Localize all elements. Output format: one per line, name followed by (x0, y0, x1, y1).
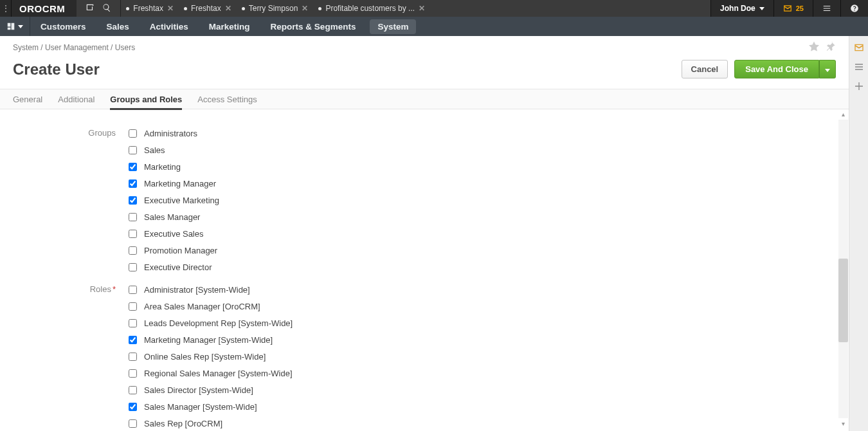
user-menu[interactable]: John Doe (710, 0, 773, 17)
messages-indicator[interactable]: 25 (773, 0, 813, 17)
content-area: Groups AdministratorsSalesMarketingMarke… (0, 109, 849, 428)
save-dropdown-toggle[interactable] (819, 60, 836, 78)
close-icon[interactable]: ✕ (419, 4, 425, 13)
role-label: Marketing Manager [System-Wide] (144, 335, 273, 345)
role-label: Leads Development Rep [System-Wide] (144, 318, 293, 328)
pin-icon[interactable] (826, 41, 836, 53)
groups-field-row: Groups AdministratorsSalesMarketingMarke… (13, 127, 836, 273)
nav-item-marketing[interactable]: Marketing (199, 17, 260, 36)
group-checkbox[interactable] (129, 129, 137, 138)
group-item[interactable]: Executive Sales (126, 228, 219, 240)
dot-icon (184, 7, 187, 10)
nav-item-customers[interactable]: Customers (30, 17, 96, 36)
role-item[interactable]: Leads Development Rep [System-Wide] (126, 317, 293, 329)
rail-list-icon[interactable] (853, 62, 865, 72)
pinned-tab-label: Freshtax (133, 4, 163, 13)
role-item[interactable]: Sales Manager [System-Wide] (126, 401, 293, 413)
tab-general[interactable]: General (13, 95, 42, 104)
pinned-tab-label: Freshtax (191, 4, 221, 13)
role-checkbox[interactable] (129, 403, 137, 411)
pin-page-icon[interactable] (86, 3, 95, 14)
role-checkbox[interactable] (129, 286, 137, 294)
group-checkbox[interactable] (129, 146, 137, 154)
breadcrumb-item[interactable]: User Management (45, 43, 109, 52)
nav-item-activities[interactable]: Activities (140, 17, 199, 36)
group-checkbox[interactable] (129, 263, 137, 271)
group-label: Executive Marketing (144, 196, 219, 205)
group-checkbox[interactable] (129, 196, 137, 205)
role-item[interactable]: Sales Director [System-Wide] (126, 384, 293, 396)
close-icon[interactable]: ✕ (167, 4, 174, 13)
group-item[interactable]: Marketing Manager (126, 178, 219, 190)
rail-mail-icon[interactable] (853, 42, 865, 53)
close-icon[interactable]: ✕ (302, 4, 308, 13)
group-item[interactable]: Promotion Manager (126, 244, 219, 257)
roles-label: Roles* (13, 284, 126, 294)
tab-additional[interactable]: Additional (58, 95, 95, 104)
right-sidebar-rail (849, 36, 868, 431)
search-icon[interactable] (102, 3, 111, 14)
role-checkbox[interactable] (129, 319, 137, 327)
pinned-tab[interactable]: Freshtax✕ (179, 0, 237, 17)
roles-label-text: Roles (90, 284, 111, 294)
group-checkbox[interactable] (129, 230, 137, 238)
group-item[interactable]: Marketing (126, 161, 219, 173)
main-navigation: CustomersSalesActivitiesMarketingReports… (0, 17, 868, 36)
group-item[interactable]: Executive Director (126, 261, 219, 273)
group-label: Administrators (144, 129, 197, 138)
pinned-tab[interactable]: Profitable customers by ...✕ (313, 0, 430, 17)
nav-item-sales[interactable]: Sales (96, 17, 140, 36)
scroll-thumb[interactable] (838, 259, 848, 342)
rail-add-icon[interactable] (853, 81, 865, 91)
vertical-scrollbar[interactable]: ▴ ▾ (838, 111, 848, 427)
role-checkbox[interactable] (129, 336, 137, 344)
nav-item-system[interactable]: System (370, 19, 416, 34)
role-item[interactable]: Area Sales Manager [OroCRM] (126, 300, 293, 313)
role-checkbox[interactable] (129, 386, 137, 394)
content-scroll[interactable]: Groups AdministratorsSalesMarketingMarke… (0, 109, 849, 428)
role-checkbox[interactable] (129, 353, 137, 361)
group-checkbox[interactable] (129, 213, 137, 221)
cancel-button[interactable]: Cancel (682, 60, 728, 78)
role-item[interactable]: Marketing Manager [System-Wide] (126, 334, 293, 346)
brand-logo[interactable]: OROCRM (12, 3, 77, 14)
role-item[interactable]: Sales Rep [OroCRM] (126, 417, 293, 428)
group-item[interactable]: Sales (126, 144, 219, 156)
group-item[interactable]: Sales Manager (126, 211, 219, 223)
role-label: Sales Manager [System-Wide] (144, 402, 257, 412)
group-checkbox[interactable] (129, 179, 137, 188)
group-item[interactable]: Executive Marketing (126, 194, 219, 206)
top-shortcut-icons (77, 0, 121, 17)
nav-item-reports-segments[interactable]: Reports & Segments (260, 17, 366, 36)
group-label: Marketing Manager (144, 179, 216, 188)
pinned-tab[interactable]: Freshtax✕ (121, 0, 179, 17)
role-checkbox[interactable] (129, 369, 137, 378)
drag-handle-icon[interactable]: ⋮ (0, 0, 12, 17)
group-checkbox[interactable] (129, 246, 137, 255)
scroll-down-icon[interactable]: ▾ (840, 420, 847, 427)
breadcrumb-separator: / (41, 43, 42, 52)
close-icon[interactable]: ✕ (225, 4, 231, 13)
pinned-tab[interactable]: Terry Simpson✕ (237, 0, 314, 17)
hamburger-menu-icon[interactable] (813, 0, 840, 17)
breadcrumb-item[interactable]: Users (115, 43, 135, 52)
save-and-close-button[interactable]: Save And Close (734, 60, 819, 78)
role-item[interactable]: Online Sales Rep [System-Wide] (126, 351, 293, 363)
role-item[interactable]: Administrator [System-Wide] (126, 284, 293, 296)
pinned-tabs: Freshtax✕Freshtax✕Terry Simpson✕Profitab… (121, 0, 710, 17)
save-button-group: Save And Close (734, 60, 836, 78)
dashboard-icon-menu[interactable] (0, 17, 30, 36)
group-checkbox[interactable] (129, 163, 137, 171)
role-checkbox[interactable] (129, 419, 137, 428)
tab-access-settings[interactable]: Access Settings (197, 95, 257, 104)
help-icon[interactable] (840, 0, 868, 17)
group-item[interactable]: Administrators (126, 127, 219, 140)
role-item[interactable]: Regional Sales Manager [System-Wide] (126, 367, 293, 380)
tab-groups-and-roles[interactable]: Groups and Roles (110, 89, 182, 110)
role-checkbox[interactable] (129, 302, 137, 311)
scroll-up-icon[interactable]: ▴ (840, 111, 847, 118)
dot-icon (318, 7, 321, 10)
groups-checkbox-list: AdministratorsSalesMarketingMarketing Ma… (126, 127, 219, 273)
breadcrumb-item[interactable]: System (13, 43, 39, 52)
favorite-star-icon[interactable] (809, 41, 819, 53)
